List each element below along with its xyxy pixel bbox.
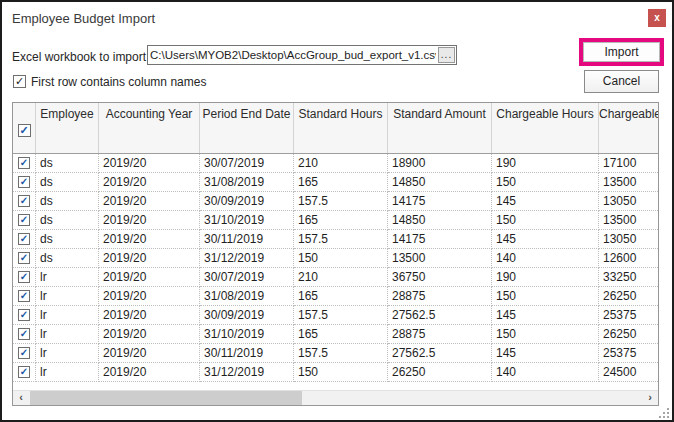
table-row[interactable]: ✓lr2019/2030/07/20192103675019033250 xyxy=(13,268,658,287)
table-cell: 26250 xyxy=(388,363,492,382)
table-cell: 2019/20 xyxy=(99,268,200,287)
table-cell: 30/11/2019 xyxy=(200,230,294,249)
table-row[interactable]: ✓lr2019/2030/11/2019157.527562.514525375 xyxy=(13,344,658,363)
table-cell: 165 xyxy=(294,287,388,306)
row-checkbox[interactable]: ✓ xyxy=(18,195,30,207)
browse-button[interactable]: ... xyxy=(438,47,455,63)
row-checkbox-cell: ✓ xyxy=(13,363,36,382)
row-checkbox[interactable]: ✓ xyxy=(18,366,30,378)
table-cell: 140 xyxy=(492,363,599,382)
table-row[interactable]: ✓ds2019/2031/12/20191501350014012600 xyxy=(13,249,658,268)
scroll-left-icon[interactable]: ‹ xyxy=(13,391,29,405)
table-cell: 31/10/2019 xyxy=(200,211,294,230)
table-row[interactable]: ✓ds2019/2030/11/2019157.51417514513050 xyxy=(13,230,658,249)
table-cell: 13500 xyxy=(599,173,658,192)
table-row[interactable]: ✓lr2019/2031/12/20191502625014024500 xyxy=(13,363,658,382)
table-row[interactable]: ✓lr2019/2031/08/20191652887515026250 xyxy=(13,287,658,306)
close-icon[interactable]: x xyxy=(648,9,666,27)
first-row-checkbox[interactable]: ✓ xyxy=(13,75,26,88)
table-cell: 145 xyxy=(492,192,599,211)
grid-body: ✓ds2019/2030/07/20192101890019017100✓ds2… xyxy=(13,154,658,382)
column-header[interactable]: Employee xyxy=(36,103,99,153)
column-header[interactable]: Standard Amount xyxy=(388,103,492,153)
table-row[interactable]: ✓ds2019/2030/07/20192101890019017100 xyxy=(13,154,658,173)
table-cell: 150 xyxy=(294,249,388,268)
table-cell: 28875 xyxy=(388,325,492,344)
column-header[interactable]: Standard Hours xyxy=(294,103,388,153)
table-cell: 26250 xyxy=(599,287,658,306)
table-cell: 157.5 xyxy=(294,344,388,363)
horizontal-scrollbar[interactable]: ‹ › xyxy=(13,390,658,405)
row-checkbox-cell: ✓ xyxy=(13,268,36,287)
table-cell: 13050 xyxy=(599,192,658,211)
table-cell: 28875 xyxy=(388,287,492,306)
row-checkbox[interactable]: ✓ xyxy=(18,328,30,340)
table-cell: lr xyxy=(36,325,99,344)
cancel-button[interactable]: Cancel xyxy=(584,70,659,93)
table-cell: 2019/20 xyxy=(99,306,200,325)
table-cell: 12600 xyxy=(599,249,658,268)
table-cell: 150 xyxy=(294,363,388,382)
resize-grip-icon[interactable] xyxy=(659,408,669,418)
table-cell: 30/09/2019 xyxy=(200,306,294,325)
column-header[interactable]: Chargeable Hours xyxy=(492,103,599,153)
row-checkbox[interactable]: ✓ xyxy=(18,309,30,321)
scroll-right-icon[interactable]: › xyxy=(642,391,658,405)
import-button[interactable]: Import xyxy=(583,42,660,62)
table-cell: 13050 xyxy=(599,230,658,249)
table-cell: 165 xyxy=(294,211,388,230)
table-cell: 13500 xyxy=(599,211,658,230)
table-cell: 27562.5 xyxy=(388,306,492,325)
table-row[interactable]: ✓lr2019/2030/09/2019157.527562.514525375 xyxy=(13,306,658,325)
row-checkbox[interactable]: ✓ xyxy=(18,290,30,302)
row-checkbox[interactable]: ✓ xyxy=(18,214,30,226)
table-cell: 145 xyxy=(492,306,599,325)
table-cell: 14850 xyxy=(388,173,492,192)
table-cell: 2019/20 xyxy=(99,363,200,382)
grid-header: ✓ EmployeeAccounting YearPeriod End Date… xyxy=(13,103,658,154)
row-checkbox[interactable]: ✓ xyxy=(18,157,30,169)
file-path-field-wrap: ... xyxy=(147,45,457,65)
table-cell: 210 xyxy=(294,268,388,287)
column-header[interactable]: Accounting Year xyxy=(99,103,200,153)
table-cell: lr xyxy=(36,287,99,306)
table-cell: 31/10/2019 xyxy=(200,325,294,344)
column-header[interactable]: Period End Date xyxy=(200,103,294,153)
table-cell: 2019/20 xyxy=(99,287,200,306)
table-cell: lr xyxy=(36,344,99,363)
table-cell: 13500 xyxy=(388,249,492,268)
row-checkbox[interactable]: ✓ xyxy=(18,347,30,359)
table-cell: 36750 xyxy=(388,268,492,287)
row-checkbox[interactable]: ✓ xyxy=(18,252,30,264)
table-row[interactable]: ✓ds2019/2031/08/20191651485015013500 xyxy=(13,173,658,192)
employee-budget-import-dialog: Employee Budget Import x Excel workbook … xyxy=(0,0,674,422)
table-cell: 27562.5 xyxy=(388,344,492,363)
row-checkbox[interactable]: ✓ xyxy=(18,176,30,188)
column-header[interactable]: Chargeable xyxy=(599,103,658,153)
table-cell: 2019/20 xyxy=(99,344,200,363)
file-path-input[interactable] xyxy=(150,47,436,63)
row-checkbox-cell: ✓ xyxy=(13,325,36,344)
table-row[interactable]: ✓lr2019/2031/10/20191652887515026250 xyxy=(13,325,658,344)
table-row[interactable]: ✓ds2019/2031/10/20191651485015013500 xyxy=(13,211,658,230)
row-checkbox[interactable]: ✓ xyxy=(18,233,30,245)
first-row-checkbox-label: First row contains column names xyxy=(31,75,206,89)
table-cell: 2019/20 xyxy=(99,192,200,211)
table-cell: 2019/20 xyxy=(99,211,200,230)
table-cell: 31/08/2019 xyxy=(200,173,294,192)
scrollbar-thumb[interactable] xyxy=(30,391,302,405)
table-cell: ds xyxy=(36,173,99,192)
select-all-checkbox[interactable]: ✓ xyxy=(18,124,31,137)
row-checkbox-cell: ✓ xyxy=(13,230,36,249)
table-cell: 210 xyxy=(294,154,388,173)
row-checkbox[interactable]: ✓ xyxy=(18,271,30,283)
table-cell: 2019/20 xyxy=(99,325,200,344)
table-cell: ds xyxy=(36,192,99,211)
table-cell: 190 xyxy=(492,268,599,287)
table-cell: 2019/20 xyxy=(99,173,200,192)
table-row[interactable]: ✓ds2019/2030/09/2019157.51417514513050 xyxy=(13,192,658,211)
table-cell: 165 xyxy=(294,325,388,344)
table-cell: lr xyxy=(36,363,99,382)
table-cell: 14175 xyxy=(388,230,492,249)
dialog-title: Employee Budget Import xyxy=(12,11,155,26)
